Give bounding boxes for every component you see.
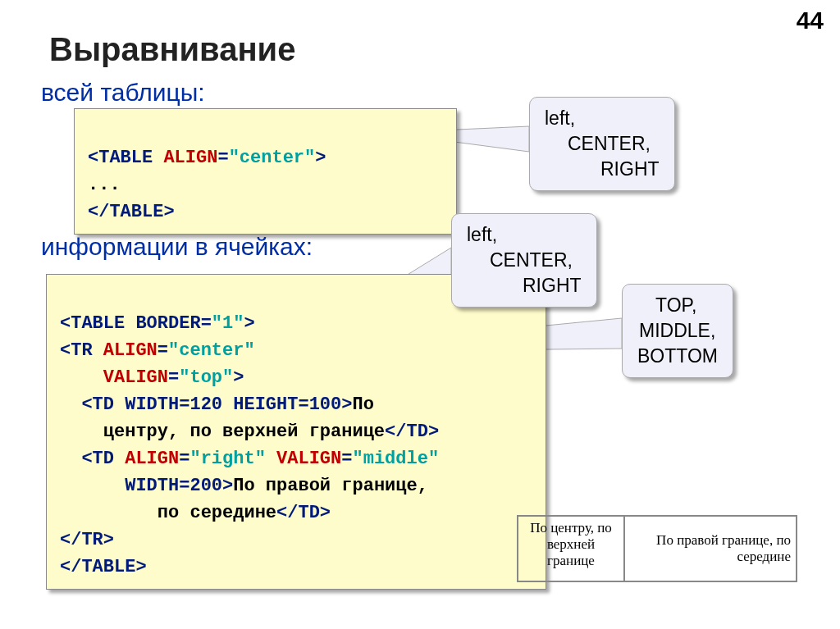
code-text: "top" <box>179 367 233 388</box>
code-text: "middle" <box>352 449 439 469</box>
code-text: <TR <box>60 340 103 361</box>
code-text: <TD <box>60 449 125 469</box>
code-text: > <box>244 313 254 334</box>
code-text: = <box>168 367 179 388</box>
code-text: </TD> <box>385 422 439 442</box>
cell-text: По правой границе, по середине <box>656 532 791 565</box>
callout-line: BOTTOM <box>637 344 718 369</box>
code-text: <TABLE <box>88 148 163 168</box>
code-text: ... <box>88 175 121 195</box>
code-block-table-align: <TABLE ALIGN="center"> ... </TABLE> <box>74 108 457 235</box>
callout-valign-values: TOP, MIDDLE, BOTTOM <box>622 284 733 378</box>
code-text: =120 <box>179 394 233 415</box>
callout-align-values-2: left, CENTER, RIGHT <box>451 213 597 308</box>
code-text: VALIGN <box>103 367 168 388</box>
code-text: "center" <box>168 340 255 361</box>
callout-line: CENTER, <box>545 131 660 157</box>
code-text: <TD <box>60 394 125 415</box>
callout-line: left, <box>545 106 660 131</box>
code-text: По <box>352 394 373 415</box>
code-text: = <box>158 340 168 361</box>
code-text: ALIGN <box>125 449 179 469</box>
code-text: "right" <box>189 449 276 469</box>
code-text: "center" <box>229 148 316 168</box>
page-title: Выравнивание <box>49 31 295 68</box>
example-table: По центру, по верхней границе По правой … <box>517 515 797 582</box>
code-text: </TABLE> <box>88 202 175 222</box>
code-text: </TR> <box>60 530 114 550</box>
page-number: 44 <box>797 7 824 34</box>
code-text: "1" <box>212 313 244 334</box>
code-text: </TABLE> <box>60 557 147 577</box>
cell-text: По центру, по верхней границе <box>530 520 612 569</box>
example-cell-2: По правой границе, по середине <box>624 516 797 581</box>
example-cell-1: По центру, по верхней границе <box>518 516 624 581</box>
code-text: ALIGN <box>103 340 158 361</box>
callout-line: RIGHT <box>467 273 582 299</box>
code-text: = <box>201 313 212 334</box>
code-text: По правой границе, <box>233 476 428 496</box>
callout-line: RIGHT <box>545 157 660 182</box>
code-text: WIDTH <box>125 394 179 415</box>
code-text: BORDER <box>135 313 200 334</box>
callout-line: left, <box>467 222 582 248</box>
code-text: ALIGN <box>163 148 217 168</box>
code-text: =100> <box>298 394 352 415</box>
code-text: по середине <box>60 503 276 523</box>
code-text: > <box>233 367 244 388</box>
code-text: VALIGN <box>276 449 341 469</box>
code-text: =200> <box>179 476 233 496</box>
subtitle-cells: информации в ячейках: <box>41 233 313 261</box>
callout-line: CENTER, <box>467 248 582 273</box>
code-text: = <box>179 449 189 469</box>
callout-line: TOP, <box>637 293 718 318</box>
code-text: = <box>217 148 228 168</box>
code-text: HEIGHT <box>233 394 298 415</box>
subtitle-table: всей таблицы: <box>41 79 205 107</box>
code-text <box>60 367 103 388</box>
code-text: WIDTH <box>125 476 179 496</box>
code-text <box>60 476 125 496</box>
code-text: = <box>341 449 352 469</box>
code-text: <TABLE <box>60 313 135 334</box>
code-text: центру, по верхней границе <box>60 422 385 442</box>
callout-line: MIDDLE, <box>637 318 718 344</box>
table-row: По центру, по верхней границе По правой … <box>518 516 797 581</box>
callout-align-values-1: left, CENTER, RIGHT <box>529 97 675 191</box>
code-text: > <box>315 148 326 168</box>
code-text: </TD> <box>276 503 331 523</box>
code-block-cell-align: <TABLE BORDER="1"> <TR ALIGN="center" VA… <box>46 274 546 590</box>
